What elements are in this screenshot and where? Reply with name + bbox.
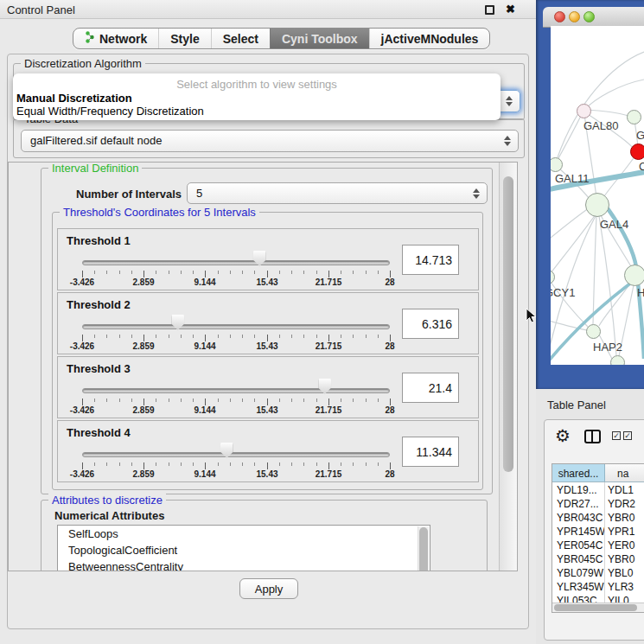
- threshold-1-slider[interactable]: [82, 260, 390, 265]
- cell[interactable]: YBR043C: [552, 510, 605, 524]
- column-header-shared-name[interactable]: shared...: [552, 464, 605, 481]
- list-item[interactable]: BetweennessCentrality: [58, 558, 430, 571]
- threshold-4-slider[interactable]: [82, 452, 390, 457]
- cell[interactable]: YLR3: [605, 579, 644, 593]
- tab-network[interactable]: Network: [73, 29, 158, 48]
- tick-label: 21.715: [316, 277, 342, 287]
- tab-select[interactable]: Select: [211, 29, 270, 48]
- slider-thumb-icon[interactable]: [253, 251, 266, 266]
- tick-label: 2.859: [132, 277, 154, 287]
- scrollbar-thumb[interactable]: [503, 176, 513, 472]
- cell[interactable]: YDL1: [605, 482, 644, 496]
- node-gal80[interactable]: [577, 104, 591, 118]
- table-data-combobox[interactable]: galFiltered.sif default node: [21, 130, 519, 152]
- node-label-hap2: HAP2: [593, 341, 622, 354]
- float-window-icon[interactable]: [485, 5, 494, 15]
- split-view-icon[interactable]: [584, 430, 601, 443]
- gear-icon[interactable]: ⚙: [555, 425, 571, 446]
- node-label-partial-g: G: [636, 129, 644, 142]
- node-gal4[interactable]: [585, 193, 609, 217]
- threshold-3-value-field[interactable]: 21.4: [402, 373, 459, 403]
- slider-thumb-icon[interactable]: [171, 315, 184, 330]
- list-item[interactable]: SelfLoops: [58, 526, 430, 542]
- table-row[interactable]: YDL19...YDL1: [552, 482, 644, 496]
- cell[interactable]: YBL079W: [552, 565, 605, 579]
- network-canvas[interactable]: GAL80 G C GAL11 GAL4 GCY1 H HAP2: [551, 26, 644, 365]
- tab-style[interactable]: Style: [158, 29, 210, 48]
- cell[interactable]: YPR1: [605, 524, 644, 538]
- zoom-traffic-light-icon[interactable]: [583, 11, 595, 22]
- table-row[interactable]: YBR043CYBR0: [552, 510, 644, 524]
- table-row[interactable]: YBL079WYBL0: [552, 565, 644, 579]
- slider-thumb-icon[interactable]: [318, 379, 331, 394]
- threshold-3-slider[interactable]: [82, 388, 390, 393]
- column-header-name[interactable]: na: [605, 464, 644, 481]
- checkbox-icon[interactable]: ✓: [623, 431, 632, 440]
- cell[interactable]: YBR0: [605, 552, 644, 565]
- tab-cyni-toolbox[interactable]: Cyni Toolbox: [270, 29, 369, 48]
- tab-label: Cyni Toolbox: [282, 32, 358, 46]
- node-label-partial-c: C: [639, 160, 644, 173]
- panel-vertical-scrollbar[interactable]: [499, 163, 517, 571]
- close-icon[interactable]: ✖: [506, 3, 515, 16]
- node-selected-red[interactable]: [630, 143, 644, 160]
- cell[interactable]: YBR0: [605, 510, 644, 524]
- table-row[interactable]: YPR145WYPR1: [552, 524, 644, 538]
- algorithm-dropdown-popup: Select algorithm to view settings Manual…: [13, 73, 501, 120]
- node-top-right[interactable]: [627, 110, 641, 124]
- cell[interactable]: YBR045C: [552, 552, 605, 565]
- node-hap2[interactable]: [586, 324, 601, 339]
- minimize-traffic-light-icon[interactable]: [569, 11, 580, 22]
- threshold-1-value-field[interactable]: 14.713: [402, 245, 459, 275]
- list-vertical-scrollbar[interactable]: [418, 526, 429, 571]
- cell[interactable]: YDR27...: [552, 496, 605, 510]
- tick-label: 2.859: [132, 469, 154, 479]
- table-horizontal-scrollbar[interactable]: [552, 603, 644, 612]
- threshold-2-slider[interactable]: [82, 324, 390, 329]
- table-rows: YDL19...YDL1 YDR27...YDR2 YBR043CYBR0 YP…: [552, 482, 644, 604]
- scrollbar-thumb[interactable]: [554, 604, 637, 611]
- cell[interactable]: YER0: [605, 538, 644, 552]
- slider-major-ticks: [82, 399, 391, 405]
- combo-value: galFiltered.sif default node: [30, 134, 162, 147]
- popup-option-manual-discretization[interactable]: Manual Discretization: [16, 92, 132, 105]
- cell[interactable]: YDR2: [605, 496, 644, 510]
- tick-label: 21.715: [316, 341, 342, 351]
- scrollbar-thumb[interactable]: [419, 527, 428, 571]
- thresholds-coordinates-group: Threshold's Coordinates for 5 Intervals …: [52, 212, 483, 490]
- cell[interactable]: YLR345W: [552, 579, 605, 593]
- tick-label: 21.715: [316, 469, 342, 479]
- apply-button[interactable]: Apply: [239, 578, 298, 599]
- table-row[interactable]: YLR345WYLR3: [552, 579, 644, 593]
- cell[interactable]: YBL0: [605, 565, 644, 579]
- node-bottom-partial[interactable]: [610, 355, 625, 365]
- right-workspace: GAL80 G C GAL11 GAL4 GCY1 H HAP2 Table P…: [536, 0, 644, 644]
- table-row[interactable]: YER054CYER0: [552, 538, 644, 552]
- node-right[interactable]: [624, 265, 644, 286]
- threshold-4-value-field[interactable]: 11.344: [402, 437, 459, 467]
- list-item[interactable]: TopologicalCoefficient: [58, 542, 430, 558]
- popup-option-equal-width-frequency[interactable]: Equal Width/Frequency Discretization: [16, 105, 204, 118]
- cell[interactable]: YPR145W: [552, 524, 605, 538]
- network-window-titlebar[interactable]: [543, 7, 644, 28]
- slider-thumb-icon[interactable]: [220, 443, 233, 458]
- node-attribute-table: shared... na YDL19...YDL1 YDR27...YDR2 Y…: [552, 463, 644, 613]
- threshold-2-value-field[interactable]: 6.316: [402, 309, 459, 339]
- cell[interactable]: YER054C: [552, 538, 605, 552]
- control-panel-tabbar: Network Style Select Cyni Toolbox jActiv…: [73, 28, 490, 49]
- threshold-3-panel: Threshold 3 -3.426 2.859 9.144 15.43 21.…: [57, 356, 479, 418]
- threshold-4-panel: Threshold 4 -3.426 2.859 9.144 15.43 21.…: [57, 420, 479, 482]
- tick-label: 9.144: [194, 277, 215, 287]
- mouse-cursor-icon: [526, 308, 537, 324]
- cell[interactable]: YDL19...: [552, 482, 605, 496]
- control-panel-window: Control Panel ✖ Network Style Select Cyn…: [0, 0, 536, 644]
- number-of-intervals-combobox[interactable]: 5: [187, 182, 488, 204]
- close-traffic-light-icon[interactable]: [554, 11, 565, 22]
- table-row[interactable]: YDR27...YDR2: [552, 496, 644, 510]
- tick-label: 28: [385, 405, 394, 415]
- threshold-1-panel: Threshold 1 -3.426 2.859 9.144 15.43 21.…: [57, 228, 479, 290]
- cyni-toolbox-panel: Discretization Algorithm Select algorith…: [7, 54, 529, 629]
- checkbox-icon[interactable]: ✓: [612, 431, 621, 440]
- tab-jactivemnodules[interactable]: jActiveMNodules: [369, 29, 490, 48]
- table-row[interactable]: YBR045CYBR0: [552, 552, 644, 565]
